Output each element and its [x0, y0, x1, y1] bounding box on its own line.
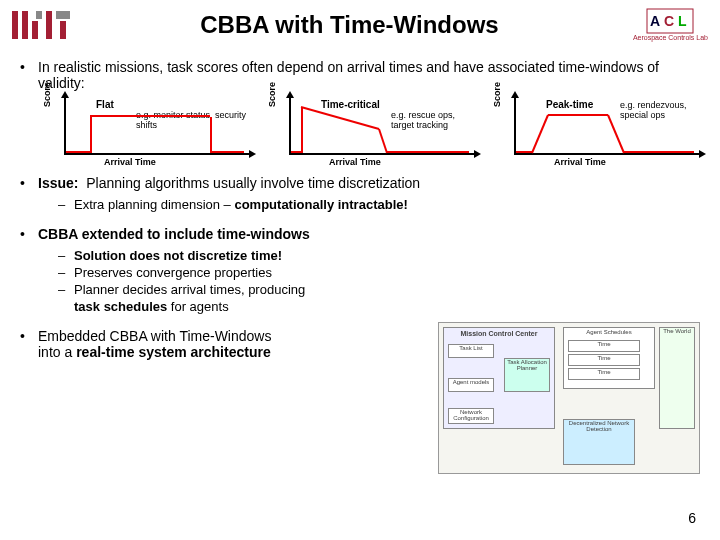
chart-tc-example: e.g. rescue ops, target tracking [391, 111, 475, 131]
diag-world: The World [659, 327, 695, 429]
issue-sub-1a: Extra planning dimension – [74, 197, 234, 212]
diag-time-3: Time [597, 369, 610, 375]
ext-s1: Solution does not discretize time! [74, 248, 282, 263]
ext-label: CBBA extended to include time-windows [38, 226, 310, 242]
mit-logo [12, 11, 66, 39]
chart-flat: Score Flat e.g. monitor status, security… [40, 97, 250, 167]
chart-peak-time: Score Peak-time e.g. rendezvous, special… [490, 97, 700, 167]
chart-flat-ylabel: Score [42, 82, 52, 107]
emb2: into a [38, 344, 76, 360]
slide-header: CBBA with Time-Windows A C L Aerospace C… [0, 0, 720, 45]
svg-text:A: A [650, 13, 660, 29]
diag-tap: Task Allocation Planner [504, 358, 550, 392]
issue-sub-1b: computationally intractable! [234, 197, 407, 212]
chart-tc-ylabel: Score [267, 82, 277, 107]
ext-sub-3: – Planner decides arrival times, produci… [58, 282, 700, 297]
bullet-1: • In realistic missions, task scores oft… [20, 59, 700, 91]
svg-line-4 [301, 107, 379, 129]
ext-s3b: task schedules [74, 299, 167, 314]
svg-text:C: C [664, 13, 674, 29]
chart-time-critical: Score Time-critical e.g. rescue ops, tar… [265, 97, 475, 167]
diag-nc: Network Configuration [448, 408, 494, 424]
diag-time-1: Time [597, 341, 610, 347]
ext-s3c: for agents [167, 299, 228, 314]
chart-pt-ylabel: Score [492, 82, 502, 107]
issue-text: Planning algorithms usually involve time… [86, 175, 420, 191]
svg-text:L: L [678, 13, 687, 29]
diag-am: Agent models [448, 378, 494, 392]
chart-pt-xlabel: Arrival Time [514, 157, 700, 167]
chart-flat-xlabel: Arrival Time [64, 157, 250, 167]
emb3: real-time system architecture [76, 344, 271, 360]
svg-line-6 [532, 115, 548, 153]
acl-logo: A C L Aerospace Controls Lab [633, 8, 708, 41]
ext-s2: Preserves convergence properties [74, 265, 272, 280]
acl-icon: A C L [646, 8, 694, 34]
svg-line-8 [608, 115, 624, 153]
ext-sub-2: – Preserves convergence properties [58, 265, 700, 280]
system-diagram: Mission Control Center Task List Agent m… [438, 322, 700, 474]
slide-content: • In realistic missions, task scores oft… [0, 45, 720, 360]
issue-label: Issue: [38, 175, 78, 191]
chart-tc-xlabel: Arrival Time [289, 157, 475, 167]
diag-as: Agent Schedules [564, 328, 654, 336]
ext-sub-3b: task schedules for agents [58, 299, 700, 314]
ext-sub-1: – Solution does not discretize time! [58, 248, 700, 263]
emb1: Embedded CBBA with Time-Windows [38, 328, 271, 344]
acl-label: Aerospace Controls Lab [633, 34, 708, 41]
page-title: CBBA with Time-Windows [66, 11, 633, 39]
diag-dnd: Decentralized Network Detection [563, 419, 635, 465]
bullet-issue: • Issue: Planning algorithms usually inv… [20, 175, 700, 191]
charts-row: Score Flat e.g. monitor status, security… [40, 97, 700, 167]
chart-flat-name: Flat [96, 99, 114, 110]
chart-flat-example: e.g. monitor status, security shifts [136, 111, 250, 131]
svg-line-5 [379, 129, 387, 153]
diag-tasklist: Task List [448, 344, 494, 358]
bullet-1-text: In realistic missions, task scores often… [38, 59, 700, 91]
ext-s3a: Planner decides arrival times, producing [74, 282, 305, 297]
page-number: 6 [688, 510, 696, 526]
issue-sub-1: – Extra planning dimension – computation… [58, 197, 700, 212]
chart-pt-name: Peak-time [546, 99, 593, 110]
diag-mcc: Mission Control Center [444, 328, 554, 339]
bullet-extended: • CBBA extended to include time-windows [20, 226, 700, 242]
diag-time-2: Time [597, 355, 610, 361]
